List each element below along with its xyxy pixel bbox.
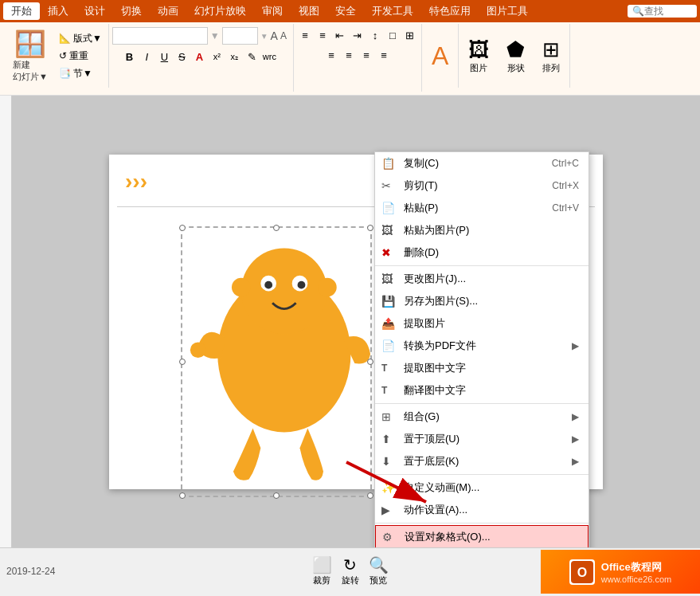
ctx-label-send-backward: 置于底层(K) (404, 454, 572, 469)
svg-point-8 (318, 277, 337, 296)
chevron-icon-1: › (125, 171, 132, 193)
indent-right-button[interactable]: ⇥ (350, 27, 366, 43)
menu-item-security[interactable]: 安全 (327, 2, 364, 20)
ctx-item-save-as-picture[interactable]: 💾 另存为图片(S)... (375, 290, 589, 312)
font-color-button[interactable]: A (191, 49, 207, 65)
picture-label: 图片 (470, 62, 487, 74)
numbered-list-button[interactable]: ≡ (315, 27, 330, 43)
line-spacing-button[interactable]: ↕ (367, 27, 383, 43)
reset-button[interactable]: ↺ 重重 (56, 48, 105, 65)
arrange-button[interactable]: ⊞ 排列 (536, 25, 566, 86)
menu-item-slideshow[interactable]: 幻灯片放映 (186, 2, 254, 20)
menu-item-start[interactable]: 开始 (3, 2, 40, 20)
ctx-shortcut-copy: Ctrl+C (552, 158, 579, 169)
image-container[interactable] (181, 226, 372, 497)
ctx-separator-1 (375, 265, 589, 266)
reset-label: 重重 (69, 49, 88, 63)
layout-button[interactable]: 📐 版式▼ (56, 30, 105, 47)
menu-item-switch[interactable]: 切换 (113, 2, 150, 20)
ctx-shortcut-cut: Ctrl+X (552, 180, 579, 191)
menu-item-design[interactable]: 设计 (76, 2, 113, 20)
text-box-button[interactable]: A (425, 25, 455, 86)
ctx-label-delete: 删除(D) (404, 245, 579, 260)
ctx-label-copy: 复制(C) (404, 156, 552, 171)
font-select[interactable] (112, 27, 208, 45)
menu-item-insert[interactable]: 插入 (40, 2, 76, 20)
resize-handle-bl[interactable] (179, 492, 186, 499)
resize-handle-tr[interactable] (367, 225, 373, 231)
preview-button[interactable]: 🔍 预览 (369, 555, 389, 586)
delete-icon: ✖ (381, 246, 391, 259)
ctx-item-extract-picture[interactable]: 📤 提取图片 (375, 312, 589, 335)
paste-icon: 📄 (381, 202, 395, 214)
justify-button[interactable]: ≡ (376, 47, 392, 63)
paste-picture-icon: 🖼 (381, 224, 393, 237)
menu-item-animation[interactable]: 动画 (150, 2, 186, 20)
bullet-list-button[interactable]: ≡ (297, 27, 313, 43)
new-slide-button[interactable]: 🪟 新建幻灯片▼ (6, 25, 54, 86)
ctx-item-translate-text[interactable]: T 翻译图中文字 (375, 379, 589, 402)
ctx-item-change-picture[interactable]: 🖼 更改图片(J)... (375, 268, 589, 290)
ctx-label-extract-picture: 提取图片 (404, 316, 579, 331)
ctx-item-bring-forward[interactable]: ⬆ 置于顶层(U) ▶ (375, 428, 589, 450)
ctx-item-format-object[interactable]: ⚙ 设置对象格式(O)... (375, 525, 589, 547)
text-direction-button[interactable]: ⊞ (402, 27, 418, 43)
office-icon: O (569, 559, 595, 585)
chevron-icon-3: › (140, 171, 147, 193)
font-shrink-icon[interactable]: A (280, 30, 287, 41)
clear-format-button[interactable]: ✎ (244, 49, 260, 65)
crop-label: 裁剪 (313, 574, 330, 586)
resize-handle-tl[interactable] (179, 225, 186, 231)
ctx-item-paste-as-picture[interactable]: 🖼 粘贴为图片(P) (375, 219, 589, 241)
ribbon-group-slides: 🪟 新建幻灯片▼ 📐 版式▼ ↺ 重重 📑 节▼ (3, 24, 109, 88)
image-tools-bar: ⬜ 裁剪 ↻ 旋转 🔍 预览 (312, 555, 389, 586)
resize-handle-mr[interactable] (367, 359, 373, 365)
ctx-label-paste-picture: 粘贴为图片(P) (404, 223, 579, 237)
group-icon: ⊞ (381, 410, 391, 423)
ctx-item-paste[interactable]: 📄 粘贴(P) Ctrl+V (375, 197, 589, 219)
font-grow-icon[interactable]: A (271, 29, 278, 42)
resize-handle-bm[interactable] (273, 492, 280, 499)
resize-handle-tm[interactable] (273, 225, 280, 231)
ctx-item-delete[interactable]: ✖ 删除(D) (375, 241, 589, 264)
ctx-item-custom-animation[interactable]: ✨ 自定义动画(M)... (375, 476, 589, 499)
crop-button[interactable]: ⬜ 裁剪 (312, 555, 332, 586)
menu-item-special[interactable]: 特色应用 (421, 2, 479, 20)
align-center-button[interactable]: ≡ (341, 47, 357, 63)
menu-item-view[interactable]: 视图 (291, 2, 327, 20)
rotate-button[interactable]: ↻ 旋转 (342, 555, 359, 586)
subscript-button[interactable]: x₂ (226, 49, 242, 65)
align-left-button[interactable]: ≡ (323, 47, 339, 63)
superscript-button[interactable]: x² (209, 49, 225, 65)
menu-item-picture-tools[interactable]: 图片工具 (479, 2, 536, 20)
ctx-item-copy[interactable]: 📋 复制(C) Ctrl+C (375, 152, 589, 174)
ctx-item-extract-text[interactable]: T 提取图中文字 (375, 357, 589, 379)
underline-button[interactable]: U (156, 49, 172, 65)
menu-item-dev[interactable]: 开发工具 (364, 2, 421, 20)
resize-handle-br[interactable] (367, 492, 373, 499)
bold-button[interactable]: B (121, 49, 137, 65)
ribbon-group-insert: 🖼 图片 ⬟ 形状 ⊞ 排列 (459, 24, 570, 88)
ctx-item-send-backward[interactable]: ⬇ 置于底层(K) ▶ (375, 450, 589, 472)
change-picture-icon: 🖼 (381, 273, 393, 285)
italic-button[interactable]: I (139, 49, 154, 65)
canvas-area: › › › (12, 96, 700, 547)
indent-left-button[interactable]: ⇤ (332, 27, 348, 43)
ctx-item-cut[interactable]: ✂ 剪切(T) Ctrl+X (375, 174, 589, 197)
ctx-item-action-settings[interactable]: ▶ 动作设置(A)... (375, 499, 589, 521)
resize-handle-ml[interactable] (179, 359, 186, 365)
menu-item-review[interactable]: 审阅 (254, 2, 291, 20)
font-size-input[interactable]: 0 (222, 27, 258, 45)
preview-icon: 🔍 (369, 555, 389, 574)
align-right-button[interactable]: ≡ (358, 47, 374, 63)
strikethrough-button[interactable]: S (174, 49, 190, 65)
columns-button[interactable]: □ (385, 27, 401, 43)
section-button[interactable]: 📑 节▼ (56, 65, 105, 82)
char-spacing-button[interactable]: wrc (261, 49, 277, 65)
font-size-caret: ▼ (260, 32, 268, 41)
ctx-item-to-pdf[interactable]: 📄 转换为PDF文件 ▶ (375, 335, 589, 357)
shape-button[interactable]: ⬟ 形状 (500, 25, 531, 86)
ctx-item-group[interactable]: ⊞ 组合(G) ▶ (375, 406, 589, 428)
picture-button[interactable]: 🖼 图片 (462, 25, 495, 86)
search-input[interactable] (644, 6, 692, 17)
